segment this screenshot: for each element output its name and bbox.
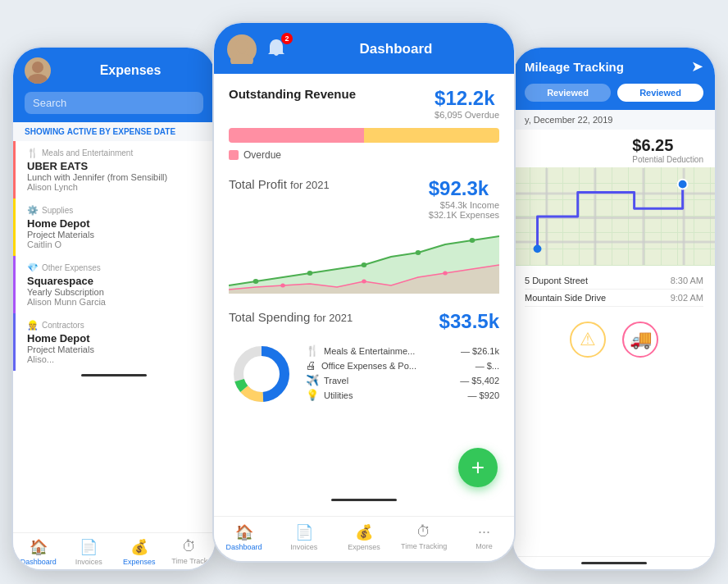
dashboard-avatar[interactable] — [227, 34, 257, 64]
svg-point-7 — [416, 250, 421, 255]
expense-homedepot-sub2: Caitlin O — [27, 240, 203, 249]
mileage-header: Mileage Tracking ➤ — [513, 48, 715, 84]
category-supplies: ⚙️ Supplies Home Depot Project Materials… — [13, 198, 215, 256]
fab-button[interactable]: + — [458, 448, 498, 487]
date-label: y, December 22, 2019 — [513, 110, 715, 130]
center-invoices-label: Invoices — [290, 543, 317, 551]
trip-amount: $6.25 — [632, 136, 703, 155]
spending-items: 🍴 Meals & Entertainme... — $26.1k 🖨 Offi… — [306, 344, 499, 404]
map-area — [513, 167, 715, 266]
search-input[interactable]: Search — [25, 92, 203, 114]
expense-contractors-sub2: Aliso... — [27, 354, 203, 364]
svg-point-5 — [307, 271, 313, 276]
dashboard-phone: 2 Dashboard Outstanding Revenue $12.2k $… — [212, 21, 516, 563]
svg-point-9 — [280, 284, 285, 288]
donut-svg — [229, 341, 294, 407]
category-contractors-text: Contractors — [42, 321, 84, 330]
trip-time-1: 8:30 AM — [671, 276, 703, 285]
expense-contractors-homedepot-title[interactable]: Home Depot — [27, 332, 203, 344]
spending-meals: 🍴 Meals & Entertainme... — $26.1k — [306, 344, 499, 357]
tab-unreviewed[interactable]: Reviewed — [525, 84, 611, 102]
tab-unreviewed-label: Reviewed — [547, 88, 589, 98]
spending-office-value: — $... — [475, 361, 499, 371]
expenses-icon: 💰 — [130, 538, 148, 556]
nav-dashboard[interactable]: 🏠 Dashboard — [13, 538, 64, 566]
action-warning[interactable]: ⚠ — [570, 322, 606, 358]
nav-timetrack[interactable]: ⏱ Time Track — [165, 538, 216, 566]
category-meals: 🍴 Meals and Entertainment UBER EATS Lunc… — [13, 141, 215, 198]
invoices-icon: 📄 — [80, 538, 98, 556]
nav-center-invoices[interactable]: 📄 Invoices — [274, 523, 334, 551]
center-timetracking-icon: ⏱ — [416, 523, 431, 541]
search-bar: Search — [13, 92, 215, 122]
right-scroll-indicator — [581, 562, 647, 564]
mileage-title: Mileage Tracking — [525, 60, 691, 74]
expense-ubereats-title[interactable]: UBER EATS — [27, 160, 203, 172]
expense-homedepot-sub1: Project Materials — [27, 230, 203, 240]
svg-point-6 — [362, 262, 367, 267]
trip-list: 5 Dupont Street 8:30 AM Mountain Side Dr… — [513, 266, 715, 313]
svg-point-2 — [235, 39, 248, 52]
nav-center-more[interactable]: ··· More — [454, 523, 514, 551]
spending-travel-value: — $5,402 — [460, 376, 499, 386]
category-other-label: 💎 Other Expenses — [27, 262, 203, 273]
dashboard-header: 2 Dashboard — [214, 23, 514, 74]
timetrack-icon: ⏱ — [182, 538, 197, 555]
profit-chart — [229, 228, 499, 294]
trip-addr-2: Mountain Side Drive — [525, 293, 606, 303]
category-other-text: Other Expenses — [42, 263, 101, 272]
expense-squarespace-sub1: Yearly Subscription — [27, 287, 203, 297]
right-bottom-nav — [513, 556, 715, 569]
action-truck[interactable]: 🚚 — [622, 322, 658, 358]
dashboard-content: Outstanding Revenue $12.2k $6,095 Overdu… — [214, 74, 514, 497]
expenses-title: Expenses — [57, 63, 203, 78]
contractors-icon: 👷 — [27, 320, 39, 331]
center-expenses-icon: 💰 — [355, 523, 373, 541]
spending-section: Total Spending for 2021 $33.5k — [229, 310, 499, 407]
overdue-legend: Overdue — [229, 149, 499, 161]
other-icon: 💎 — [27, 262, 39, 273]
amount-row: $6.25 Potential Deduction — [513, 130, 715, 167]
nav-invoices[interactable]: 📄 Invoices — [64, 538, 115, 566]
svg-point-1 — [28, 74, 48, 84]
trip-item-1: 5 Dupont Street 8:30 AM — [525, 272, 703, 290]
supplies-icon: ⚙️ — [27, 205, 39, 216]
office-icon: 🖨 — [306, 359, 316, 372]
send-icon[interactable]: ➤ — [691, 57, 703, 75]
svg-point-11 — [443, 271, 448, 276]
center-dashboard-icon: 🏠 — [235, 523, 253, 541]
center-expenses-label: Expenses — [348, 543, 380, 551]
center-timetracking-label: Time Tracking — [401, 542, 447, 550]
filter-label: SHOWING — [25, 127, 65, 136]
mileage-phone: Mileage Tracking ➤ Reviewed Reviewed y, … — [512, 46, 717, 571]
nav-center-timetracking[interactable]: ⏱ Time Tracking — [394, 523, 454, 551]
expenses-phone: Expenses Search SHOWING ACTIVE BY EXPENS… — [11, 46, 216, 571]
travel-icon: ✈️ — [306, 374, 319, 386]
spending-office: 🖨 Office Expenses & Po... — $... — [306, 359, 499, 372]
tab-reviewed[interactable]: Reviewed — [617, 84, 703, 102]
spending-office-label: Office Expenses & Po... — [321, 361, 416, 371]
trip-addr-1: 5 Dupont Street — [525, 276, 588, 285]
profit-expenses: $32.1K Expenses — [429, 210, 499, 220]
nav-center-expenses[interactable]: 💰 Expenses — [334, 523, 394, 551]
nav-expenses[interactable]: 💰 Expenses — [114, 538, 165, 566]
nav-center-dashboard[interactable]: 🏠 Dashboard — [214, 523, 274, 551]
center-invoices-icon: 📄 — [295, 523, 313, 541]
spending-travel: ✈️ Travel — $5,402 — [306, 374, 499, 386]
revenue-sub: $6,095 Overdue — [435, 110, 499, 120]
notification-bell[interactable]: 2 — [262, 34, 291, 64]
expense-homedepot-title[interactable]: Home Depot — [27, 217, 203, 230]
trip-item-2: Mountain Side Drive 9:02 AM — [525, 290, 703, 307]
category-supplies-text: Supplies — [42, 206, 73, 215]
svg-point-3 — [230, 53, 253, 64]
revenue-overdue-bar — [229, 128, 364, 143]
profit-income: $54.3k Income — [429, 200, 499, 210]
expense-squarespace-title[interactable]: Squarespace — [27, 275, 203, 287]
filter-highlight: ACTIVE BY EXPENSE DATE — [67, 127, 175, 136]
spending-row-header: Total Spending for 2021 $33.5k — [229, 310, 499, 333]
center-dashboard-label: Dashboard — [226, 543, 262, 551]
spending-detail: 🍴 Meals & Entertainme... — $26.1k 🖨 Offi… — [229, 341, 499, 407]
deduction-label: Potential Deduction — [632, 155, 703, 164]
overdue-dot — [229, 150, 239, 160]
svg-point-4 — [253, 279, 259, 284]
